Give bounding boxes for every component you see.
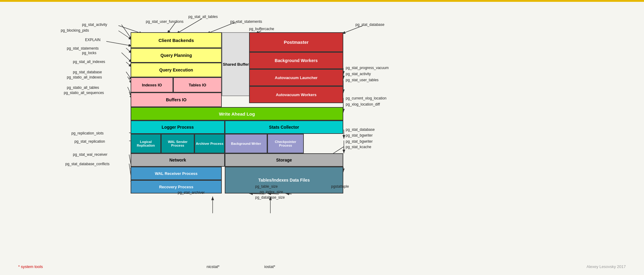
wal-sender-label: WAL Sender Process (162, 140, 194, 147)
label-pg-stat-wal-receiver: pg_stat_wal_receiver (73, 152, 107, 157)
label-pg-stat-all-tables-top: pg_stat_all_tables (188, 15, 218, 19)
svg-line-4 (106, 41, 132, 46)
indexes-io-box: Indexes IO (131, 77, 173, 92)
tables-indexes-label: Tables/Indexes Data Files (258, 178, 310, 183)
footer-iostat: iostat* (264, 264, 275, 269)
checkpointer-label: Checkpointer Process (268, 140, 303, 147)
label-explain: EXPLAIN (85, 38, 101, 42)
label-pg-stat-kcache: pg_stat_kcache (346, 145, 371, 149)
buffers-io-box: Buffers IO (131, 92, 222, 107)
query-planning-label: Query Planning (160, 53, 192, 58)
autovacuum-workers-label: Autovacuum Workers (276, 92, 317, 97)
label-pgstattuple: pgstattuple (331, 184, 349, 189)
wal-sender-box: WAL Sender Process (161, 134, 194, 153)
logger-process-box: Logger Process (131, 120, 225, 134)
buffers-io-label: Buffers IO (166, 97, 187, 102)
logical-replication-label: Logical Replication (131, 140, 160, 147)
label-pg-stat-bgwriter2: pg_stat_bgwriter (346, 139, 373, 144)
client-backends-box: Client Backends (131, 32, 222, 48)
autovacuum-workers-box: Autovacuum Workers (249, 86, 343, 103)
svg-line-35 (286, 193, 292, 194)
stats-collector-box: Stats Collector (225, 120, 343, 134)
tables-io-box: Tables IO (173, 77, 222, 92)
svg-line-17 (342, 26, 363, 34)
shared-buffers-box: Shared Buffers (222, 32, 252, 96)
recovery-process-label: Recovery Process (159, 185, 194, 189)
shared-buffers-label: Shared Buffers (223, 62, 251, 67)
logger-process-label: Logger Process (162, 125, 194, 130)
checkpointer-process-box: Checkpointer Process (267, 134, 304, 153)
storage-box: Storage (225, 153, 343, 167)
label-pg-stat-user-functions: pg_stat_user_functions (146, 19, 183, 24)
label-pg-stat-bgwriter1: pg_stat_bgwriter (346, 133, 373, 138)
tables-io-label: Tables IO (189, 83, 206, 87)
wal-box: Write Ahead Log (131, 107, 343, 120)
postmaster-box: Postmaster (249, 32, 343, 52)
label-pg-blocking-pids: pg_blocking_pids (61, 28, 89, 33)
label-pg-stat-statements-left: pg_stat_statements (67, 46, 99, 50)
label-pg-buffercache: pg_buffercache (249, 27, 274, 31)
label-pg-stat-archiver: pg_stat_archiver (178, 190, 205, 195)
label-pg-index-size: pg_index_size (260, 190, 283, 194)
autovacuum-launcher-label: Autovacuum Launcher (275, 75, 318, 80)
background-workers-box: Background Workers (249, 52, 343, 69)
label-pg-statio-all-sequences: pg_statio_all_sequences (64, 91, 104, 95)
tables-indexes-box: Tables/Indexes Data Files (225, 167, 343, 193)
label-pg-xlog-location-diff: pg_xlog_location_diff (346, 102, 380, 106)
label-pg-stat-database-top: pg_stat_database (355, 23, 384, 27)
label-pg-stat-database-left: pg_stat_database (73, 70, 102, 74)
postmaster-label: Postmaster (284, 40, 309, 45)
autovacuum-launcher-box: Autovacuum Launcher (249, 69, 343, 86)
logical-replication-box: Logical Replication (131, 134, 161, 153)
query-execution-box: Query Execution (131, 63, 222, 77)
query-planning-box: Query Planning (131, 48, 222, 63)
wal-receiver-label: WAL Receiver Process (155, 171, 198, 176)
label-pg-statio-all-indexes: pg_statio_all_indexes (67, 75, 102, 79)
label-pg-table-size: pg_table_size (255, 184, 278, 189)
label-pg-stat-all-indexes: pg_stat_all_indexes (73, 60, 105, 64)
footer-system-tools: * system tools (18, 264, 43, 269)
label-pg-stat-progress-vacuum: pg_stat_progress_vacuum (346, 66, 389, 70)
archiver-process-label: Archiver Process (196, 142, 224, 145)
diagram-area: Shared Buffers Client Backends Query Pla… (0, 2, 644, 275)
label-pg-stat-user-tables: pg_stat_user_tables (346, 78, 379, 82)
indexes-io-label: Indexes IO (142, 83, 162, 87)
wal-receiver-box: WAL Receiver Process (131, 167, 222, 180)
label-pg-stat-activity-left: pg_stat_activity (82, 23, 107, 27)
background-workers-label: Background Workers (275, 58, 317, 63)
label-pg-statio-all-tables: pg_statio_all_tables (67, 85, 99, 90)
client-backends-label: Client Backends (159, 38, 194, 43)
label-pg-locks: pg_locks (82, 51, 96, 55)
label-pg-database-size: pg_database_size (255, 195, 285, 200)
archiver-process-box: Archiver Process (194, 134, 225, 153)
recovery-process-box: Recovery Process (131, 180, 222, 193)
background-writer-label: Background Writer (231, 142, 261, 145)
label-pg-stat-database-conflicts: pg_stat_database_conflicts (65, 162, 109, 166)
query-execution-label: Query Execution (159, 68, 193, 72)
footer-nicstat: nicstat* (207, 264, 220, 269)
network-box: Network (131, 153, 225, 167)
label-pg-current-xlog-location: pg_current_xlog_location (346, 96, 386, 100)
label-pg-stat-database-right: pg_stat_database (346, 127, 375, 132)
label-pg-stat-statements-top: pg_stat_statements (230, 19, 262, 24)
label-pg-stat-activity-right: pg_stat_activity (346, 72, 371, 76)
label-pg-replication-slots: pg_replication_slots (71, 131, 104, 135)
footer-credit: Alexey Lesovsky 2017 (587, 264, 626, 269)
storage-label: Storage (276, 158, 292, 162)
svg-line-2 (118, 31, 132, 40)
background-writer-box: Background Writer (225, 134, 267, 153)
wal-label: Write Ahead Log (219, 111, 255, 117)
network-label: Network (169, 158, 186, 162)
label-pg-stat-replication: pg_stat_replication (74, 139, 105, 144)
stats-collector-label: Stats Collector (269, 125, 299, 130)
